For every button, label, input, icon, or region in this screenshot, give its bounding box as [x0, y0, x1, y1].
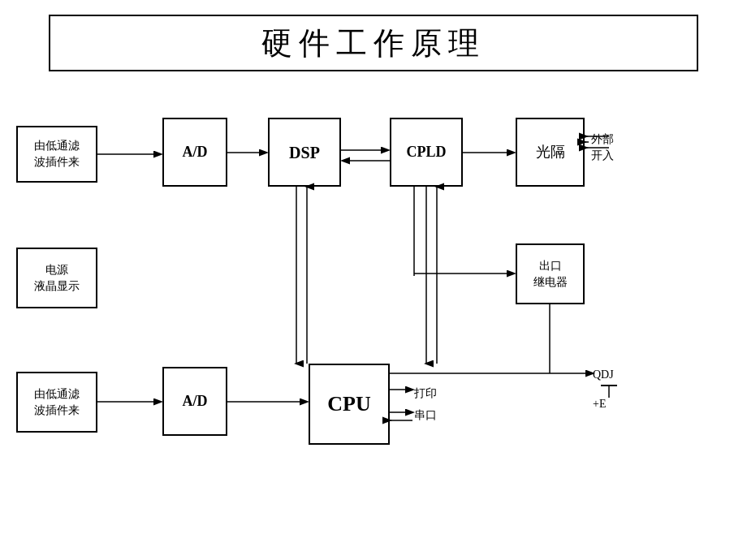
- block-ad2: A/D: [162, 367, 227, 436]
- title-box: 硬件工作原理: [49, 15, 698, 71]
- label-plus-e: +E: [593, 396, 606, 412]
- label-serial: 串口: [414, 407, 437, 424]
- title-text: 硬件工作原理: [261, 23, 486, 64]
- block-optoiso: 光隔: [516, 118, 585, 187]
- block-cpld: CPLD: [390, 118, 463, 187]
- block-cpu: CPU: [309, 364, 390, 445]
- label-qdj: QDJ: [593, 367, 614, 383]
- block-filter1: 由低通滤波插件来: [16, 126, 97, 183]
- block-relay: 出口继电器: [516, 243, 585, 304]
- block-filter2: 由低通滤波插件来: [16, 372, 97, 433]
- block-dsp: DSP: [268, 118, 341, 187]
- block-ad1: A/D: [162, 118, 227, 187]
- diagram-container: 硬件工作原理 由低通滤波插件来 A/D DSP CPLD 光隔 电源液晶显示 出…: [0, 0, 747, 560]
- label-external: 外部开入: [591, 131, 614, 163]
- block-power: 电源液晶显示: [16, 248, 97, 308]
- label-print: 打印: [414, 386, 437, 402]
- arrows-svg: [0, 0, 747, 560]
